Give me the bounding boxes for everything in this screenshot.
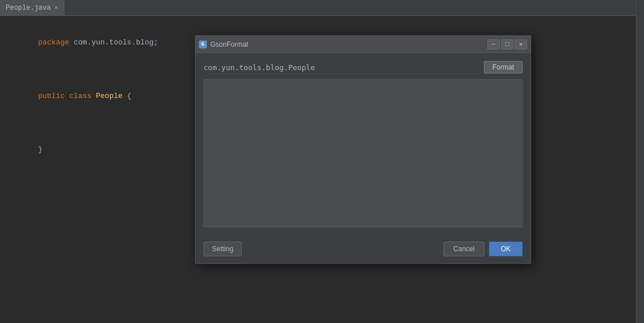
maximize-button[interactable]: □ xyxy=(501,39,513,50)
json-input-textarea[interactable] xyxy=(203,79,523,227)
footer-right-buttons: Cancel OK xyxy=(443,242,523,256)
cancel-button[interactable]: Cancel xyxy=(443,242,484,256)
close-button[interactable]: ✕ xyxy=(515,39,527,50)
dialog-body: com.yun.tools.blog.People Format xyxy=(195,53,531,236)
dialog-footer: Setting Cancel OK xyxy=(195,236,531,263)
setting-button[interactable]: Setting xyxy=(203,242,242,256)
ok-button[interactable]: OK xyxy=(489,242,523,256)
gson-format-dialog: G GsonFormat ─ □ ✕ com.yun.tools.blog.Pe… xyxy=(195,35,531,264)
modal-overlay: G GsonFormat ─ □ ✕ com.yun.tools.blog.Pe… xyxy=(0,0,644,323)
dialog-app-icon: G xyxy=(199,40,207,48)
dialog-titlebar[interactable]: G GsonFormat ─ □ ✕ xyxy=(195,36,531,53)
format-button[interactable]: Format xyxy=(484,61,523,73)
dialog-top-row: com.yun.tools.blog.People Format xyxy=(203,61,523,73)
dialog-controls: ─ □ ✕ xyxy=(487,39,527,50)
dialog-class-name: com.yun.tools.blog.People xyxy=(203,63,315,72)
dialog-title-text: GsonFormat xyxy=(210,40,248,48)
minimize-button[interactable]: ─ xyxy=(487,39,500,50)
dialog-title-left: G GsonFormat xyxy=(199,40,248,48)
